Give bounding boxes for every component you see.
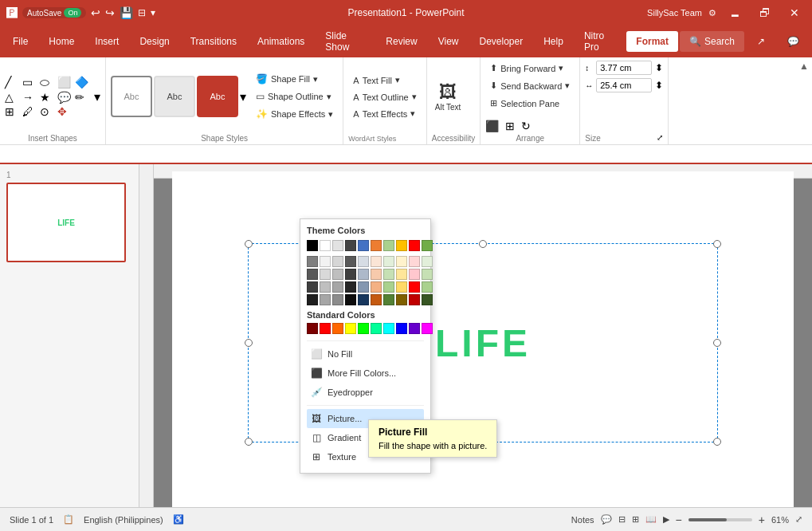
shade-swatch[interactable] (332, 269, 343, 280)
more-commands-icon[interactable]: ▾ (151, 7, 155, 18)
shade-swatch[interactable] (383, 294, 394, 305)
shape-oval-icon[interactable]: ⬭ (40, 76, 56, 89)
text-outline-btn[interactable]: A Text Outline ▾ (348, 89, 421, 104)
bring-forward-btn[interactable]: ⬆ Bring Forward ▾ (485, 61, 568, 76)
shade-swatch[interactable] (409, 294, 420, 305)
shade-swatch[interactable] (396, 256, 407, 267)
comments-button[interactable]: 💬 (778, 31, 809, 52)
rotate-icon[interactable]: ↻ (521, 120, 531, 132)
shade-swatch[interactable] (307, 256, 318, 267)
shape-select-icon[interactable]: ✥ (57, 105, 73, 118)
zoom-level[interactable]: 61% (771, 515, 789, 525)
menu-item-insert[interactable]: Insert (85, 31, 128, 52)
handle-middle-left[interactable] (245, 339, 253, 347)
zoom-out-icon[interactable]: − (676, 513, 682, 526)
shade-swatch[interactable] (345, 269, 356, 280)
zoom-slider[interactable] (688, 518, 752, 521)
slideshow-icon[interactable]: ▶ (663, 514, 669, 525)
width-spinner-icon[interactable]: ⬍ (655, 80, 663, 91)
settings-icon[interactable]: ⚙ (708, 8, 716, 18)
shade-swatch[interactable] (371, 294, 382, 305)
accessibility-check-icon[interactable]: ♿ (173, 514, 184, 525)
menu-item-review[interactable]: Review (376, 31, 426, 52)
shape-style-2[interactable]: Abc (154, 76, 195, 117)
standard-color-swatch[interactable] (383, 323, 394, 334)
shade-swatch[interactable] (396, 294, 407, 305)
shape-lasso-icon[interactable]: ⊙ (40, 105, 56, 118)
shape-outline-btn[interactable]: ▭ Shape Outline ▾ (251, 88, 338, 104)
shape-more-icon[interactable]: ⬜ (57, 76, 73, 88)
shade-swatch[interactable] (332, 281, 343, 293)
text-outline-dropdown-icon[interactable]: ▾ (412, 92, 417, 102)
handle-middle-right[interactable] (713, 339, 721, 347)
shade-swatch[interactable] (320, 256, 331, 267)
handle-bottom-right[interactable] (713, 438, 721, 446)
menu-item-format[interactable]: Format (626, 31, 678, 52)
shade-swatch[interactable] (396, 281, 407, 293)
shade-swatch[interactable] (409, 281, 420, 293)
shade-swatch[interactable] (320, 294, 331, 305)
handle-bottom-left[interactable] (245, 438, 253, 446)
undo-icon[interactable]: ↩ (91, 6, 100, 19)
shade-swatch[interactable] (383, 269, 394, 280)
standard-color-swatch[interactable] (332, 323, 343, 334)
redo-icon[interactable]: ↪ (105, 6, 115, 19)
text-fill-btn[interactable]: A Text Fill ▾ (348, 73, 421, 88)
standard-color-swatch[interactable] (396, 323, 407, 334)
shade-swatch[interactable] (358, 294, 369, 305)
standard-color-swatch[interactable] (422, 323, 433, 334)
standard-color-swatch[interactable] (320, 323, 331, 334)
shade-swatch[interactable] (383, 281, 394, 293)
shade-swatch[interactable] (358, 269, 369, 280)
menu-item-help[interactable]: Help (534, 31, 573, 52)
text-effects-dropdown-icon[interactable]: ▾ (410, 108, 415, 119)
notes-button[interactable]: Notes (571, 515, 594, 525)
shade-swatch[interactable] (371, 256, 382, 267)
no-fill-item[interactable]: ⬜ No Fill (307, 344, 424, 364)
shade-swatch[interactable] (320, 281, 331, 293)
menu-item-file[interactable]: File (3, 31, 37, 52)
shade-swatch[interactable] (345, 281, 356, 293)
shape-triangle-icon[interactable]: △ (5, 91, 21, 104)
menu-item-nitro[interactable]: Nitro Pro (575, 26, 625, 57)
shape-line-icon[interactable]: ╱ (5, 76, 21, 88)
shade-swatch[interactable] (422, 269, 433, 280)
theme-color-swatch[interactable] (396, 240, 407, 251)
more-fill-colors-item[interactable]: ⬛ More Fill Colors... (307, 364, 424, 383)
height-input[interactable] (596, 61, 652, 75)
shade-swatch[interactable] (320, 269, 331, 280)
shade-swatch[interactable] (371, 281, 382, 293)
shade-swatch[interactable] (345, 256, 356, 267)
width-input[interactable] (596, 78, 652, 92)
shade-swatch[interactable] (409, 269, 420, 280)
text-fill-dropdown-icon[interactable]: ▾ (395, 75, 400, 85)
shape-outline-dropdown-icon[interactable]: ▾ (327, 92, 331, 102)
shade-swatch[interactable] (358, 256, 369, 267)
shade-swatch[interactable] (422, 294, 433, 305)
theme-color-swatch[interactable] (307, 240, 318, 251)
shape-effects-btn[interactable]: ✨ Shape Effects ▾ (251, 106, 338, 122)
shape-star-icon[interactable]: ★ (40, 91, 56, 104)
handle-top-left[interactable] (245, 240, 253, 248)
theme-color-swatch[interactable] (409, 240, 420, 251)
shape-arrow-icon[interactable]: → (22, 91, 38, 104)
menu-item-design[interactable]: Design (130, 31, 178, 52)
shade-swatch[interactable] (409, 256, 420, 267)
shape-fill-dropdown-icon[interactable]: ▾ (313, 74, 318, 85)
reading-view-icon[interactable]: 📖 (645, 514, 657, 525)
comments-status-icon[interactable]: 💬 (601, 514, 612, 525)
menu-item-home[interactable]: Home (39, 31, 84, 52)
standard-color-swatch[interactable] (409, 323, 420, 334)
send-backward-dropdown-icon[interactable]: ▾ (565, 81, 570, 91)
height-spinner-icon[interactable]: ⬍ (655, 62, 663, 73)
theme-color-swatch[interactable] (358, 240, 369, 251)
shape-rect-icon[interactable]: ▭ (22, 76, 38, 88)
shape-style-1[interactable]: Abc (111, 76, 152, 117)
group-icon[interactable]: ⊞ (505, 120, 515, 132)
theme-color-swatch[interactable] (320, 240, 331, 251)
shade-swatch[interactable] (422, 256, 433, 267)
fit-slide-icon[interactable]: ⤢ (795, 514, 802, 525)
shape-expand-icon[interactable]: ⊞ (5, 105, 21, 118)
shapes-scroll-icon[interactable]: ▾ (94, 89, 100, 104)
shade-swatch[interactable] (345, 294, 356, 305)
